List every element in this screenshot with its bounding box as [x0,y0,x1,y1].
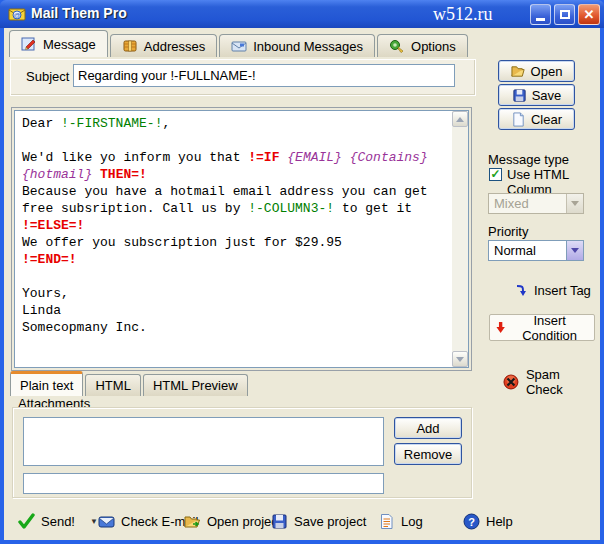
tab-label: Addresses [144,39,205,54]
view-tab-html[interactable]: HTML [85,374,140,396]
tab-options[interactable]: Options [377,34,468,57]
log-icon [378,513,395,530]
editor-text-black: Somecopmany Inc. [22,320,147,335]
window-title: Mail Them Pro [31,5,127,21]
editor-text-red: !=END=! [22,252,77,267]
remove-attachment-button[interactable]: Remove [394,443,462,465]
editor-text-black: We'd like yo inform you that [22,150,248,165]
editor-text-green: !-FIRSTNAME-! [61,116,162,131]
editor-text-black: Because you have a hotmail email address… [22,184,428,199]
editor-text-purple: {hotmail} [22,167,92,182]
editor-line: Dear !-FIRSTNAME-!, [22,115,446,132]
svg-text:?: ? [468,516,475,528]
app-window: @ Mail Them Pro w512.ru ✕ MessageAddress… [0,0,604,544]
editor-line: !=ELSE=! [22,217,446,234]
editor-line: Linda [22,302,446,319]
editor-text-black: free subsription. Call us by [22,201,248,216]
spam-check-button[interactable]: Spam Check [503,367,600,397]
view-tab-bar: Plain textHTMLHTML Preview [10,371,250,396]
minimize-button[interactable] [530,4,551,25]
subject-input[interactable] [73,64,455,87]
log-toolbar-button[interactable]: Log [378,513,423,530]
scroll-down-icon [456,357,464,362]
editor-line: We'd like yo inform you that !=IF {EMAIL… [22,149,446,166]
editor-line: Somecopmany Inc. [22,319,446,336]
save-project-icon [271,513,288,530]
scroll-up-icon [456,117,464,122]
close-button[interactable]: ✕ [578,4,600,25]
editor-text-black: We offer you subscription just for $29.9… [22,235,342,250]
svg-text:@: @ [13,12,20,19]
editor-text-red: THEN=! [100,167,147,182]
editor-line: free subsription. Call us by !-COLUMN3-!… [22,200,446,217]
tab-addresses[interactable]: Addresses [110,34,217,57]
toolbar-label: Save project [294,514,366,529]
inbound-envelope-icon [231,38,247,54]
toolbar-label: Send! [41,514,75,529]
insert-tag-button[interactable]: Insert Tag [516,283,591,298]
help-toolbar-button[interactable]: ?Help [463,513,513,530]
dropdown-arrow-icon [566,194,583,213]
blue-curved-arrow-icon [516,284,528,297]
maximize-button[interactable] [554,4,575,25]
message-type-label: Message type [488,152,569,167]
send-toolbar-button[interactable]: Send!▼ [18,513,98,530]
open-button[interactable]: Open [498,60,575,82]
toolbar-label: Help [486,514,513,529]
editor-text-black: , [162,116,170,131]
editor-text-red: !=IF [248,150,279,165]
red-down-arrow-icon [496,320,505,335]
close-icon: ✕ [584,8,595,21]
pencil-icon [21,36,37,52]
editor-text-green: !-COLUMN3-! [248,201,334,216]
save-button[interactable]: Save [498,84,575,106]
editor-text-black: Dear [22,116,61,131]
priority-label: Priority [488,224,528,239]
attachment-path-input[interactable] [23,473,384,494]
tab-inbound-messages[interactable]: Inbound Messages [219,34,375,57]
checkmark-icon: ✓ [490,168,500,180]
view-tab-plain-text[interactable]: Plain text [10,371,83,396]
scroll-down-button[interactable] [452,351,468,367]
editor-line: Yours, [22,285,446,302]
editor-text-black: Yours, [22,286,69,301]
editor-line: Because you have a hotmail email address… [22,183,446,200]
editor-text-black: Linda [22,303,61,318]
dropdown-arrow-icon[interactable] [566,241,583,260]
editor-text-purple: {EMAIL} {Contains} [287,150,427,165]
send-dropdown-arrow[interactable]: ▼ [90,517,98,526]
message-body-editor[interactable]: Dear !-FIRSTNAME-!, We'd like yo inform … [14,110,469,368]
mail-envelope-icon: @ [8,5,26,23]
scroll-up-button[interactable] [452,111,468,127]
attachments-list[interactable] [23,417,384,466]
save-project-toolbar-button[interactable]: Save project [271,513,366,530]
options-icon [389,38,405,54]
help-icon: ? [463,513,480,530]
priority-select[interactable]: Normal [488,240,584,261]
editor-line: {hotmail} THEN=! [22,166,446,183]
site-label: w512.ru [433,4,493,25]
check-email-icon [98,513,115,530]
editor-line: !=END=! [22,251,446,268]
insert-condition-button[interactable]: Insert Condition [489,314,595,341]
main-tab-bar: MessageAddressesInbound MessagesOptions [9,30,470,57]
editor-line [22,268,446,285]
tab-label: Options [411,39,456,54]
view-tab-html-preview[interactable]: HTML Preview [143,374,248,396]
open-project-icon [184,513,201,530]
editor-scrollbar[interactable] [452,111,468,367]
tab-label: Message [43,37,96,52]
add-attachment-button[interactable]: Add [394,417,462,439]
tab-message[interactable]: Message [9,30,108,57]
open-project-toolbar-button[interactable]: Open project [184,513,281,530]
maximize-icon [560,10,570,19]
clear-button[interactable]: Clear [498,108,575,130]
window-content: MessageAddressesInbound MessagesOptions … [4,28,600,540]
editor-line: We offer you subscription just for $29.9… [22,234,446,251]
editor-text-black: to get it [334,201,412,216]
editor-line [22,132,446,149]
use-html-column-checkbox[interactable]: ✓ [489,168,502,181]
blank-page-icon [511,112,526,127]
open-folder-icon [511,64,526,79]
title-bar: @ Mail Them Pro w512.ru ✕ [0,0,604,28]
